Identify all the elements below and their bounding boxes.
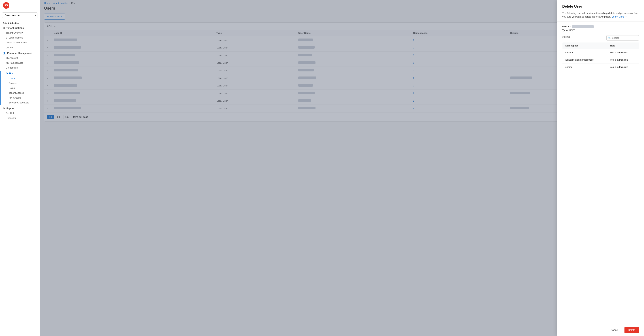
person-icon: 👤 (3, 52, 6, 54)
panel-col-role: Role (607, 42, 639, 49)
panel-role-0: ves-io-admin-role (607, 49, 639, 56)
service-select-wrapper[interactable]: Select service (2, 12, 38, 18)
sidebar-item-get-help[interactable]: Get Help (0, 111, 40, 116)
sidebar-group-label-tenant: ⊞ Tenant Settings (0, 26, 40, 30)
sidebar-item-tenant-overview[interactable]: Tenant Overview (0, 30, 40, 35)
panel-table-header: 3 items 🔍 (562, 35, 639, 40)
iam-icon: ⊙ (6, 72, 8, 75)
sidebar-item-my-namespaces[interactable]: My Namespaces (0, 60, 40, 65)
delete-panel-footer: Cancel Delete (557, 324, 644, 336)
f5-logo: F5 (3, 2, 10, 9)
user-id-value (572, 25, 594, 28)
delete-panel-header: Delete User The following user will be d… (557, 0, 644, 22)
sidebar-group-label-support: ⊙ Support (0, 106, 40, 111)
sidebar-title: Administration (0, 20, 40, 26)
main-content: Home › Administration › IAM Users ⊕ + Ad… (40, 0, 644, 336)
learn-more-link[interactable]: Learn More ↗ (612, 15, 627, 18)
main-area: Home › Administration › IAM Users ⊕ + Ad… (40, 0, 644, 336)
delete-button[interactable]: Delete (624, 327, 639, 333)
sidebar-group-iam: ⊙ IAM Users Groups Roles Tenant Access A… (0, 71, 40, 105)
panel-table-row: all application namespaces ves-io-admin-… (562, 56, 639, 64)
sidebar-item-quotas[interactable]: Quotas (0, 45, 40, 50)
sidebar-item-roles[interactable]: Roles (3, 86, 40, 90)
panel-col-namespace: Namespace (562, 42, 607, 49)
panel-search-wrapper[interactable]: 🔍 (606, 35, 639, 40)
panel-table-row: shared ves-io-admin-role (562, 64, 639, 71)
panel-role-2: ves-io-admin-role (607, 64, 639, 71)
search-icon: 🔍 (608, 36, 611, 39)
circle-icon: ⊙ (6, 36, 8, 39)
iam-label: IAM (9, 72, 14, 75)
service-select-dropdown[interactable]: Select service (2, 12, 38, 18)
grid-icon: ⊞ (3, 26, 5, 29)
overlay (40, 0, 644, 336)
panel-table-row: system ves-io-admin-role (562, 49, 639, 56)
user-id-row: User ID (562, 25, 639, 28)
panel-namespace-0: system (562, 49, 607, 56)
sidebar: F5 Select service Administration ⊞ Tenan… (0, 0, 40, 336)
sidebar-group-tenant: ⊞ Tenant Settings Tenant Overview ⊙ Logi… (0, 26, 40, 50)
sidebar-item-users[interactable]: Users (3, 76, 40, 81)
support-icon: ⊙ (3, 107, 5, 110)
sidebar-item-tenant-access[interactable]: Tenant Access (3, 90, 40, 95)
delete-panel-body: User ID Type USER 3 items 🔍 (557, 22, 644, 324)
sidebar-item-credentials[interactable]: Credentials (0, 65, 40, 70)
type-label: Type (562, 29, 568, 32)
user-info: User ID Type USER (562, 25, 639, 32)
sidebar-item-groups[interactable]: Groups (3, 81, 40, 86)
logo-area: F5 (0, 0, 40, 11)
panel-role-1: ves-io-admin-role (607, 56, 639, 64)
sidebar-item-requests[interactable]: Requests (0, 116, 40, 120)
delete-panel-desc: The following user will be deleted inclu… (562, 12, 639, 18)
panel-namespace-2: shared (562, 64, 607, 71)
support-label: Support (6, 107, 15, 110)
cancel-button[interactable]: Cancel (607, 327, 622, 333)
sidebar-item-public-ip[interactable]: Public IP Addresses (0, 40, 40, 45)
personal-management-label: Personal Management (7, 52, 32, 54)
panel-search-input[interactable] (606, 35, 639, 40)
panel-items-count: 3 items (562, 36, 570, 38)
panel-namespace-1: all application namespaces (562, 56, 607, 64)
sidebar-item-service-credentials[interactable]: Service Credentials (3, 100, 40, 105)
sidebar-item-login-options[interactable]: ⊙ Login Options (0, 35, 40, 40)
sidebar-group-support: ⊙ Support Get Help Requests (0, 106, 40, 120)
sidebar-group-label-iam: ⊙ IAM (3, 71, 40, 76)
panel-table: Namespace Role system ves-io-admin-role … (562, 42, 639, 71)
sidebar-group-personal: 👤 Personal Management My Account My Name… (0, 51, 40, 70)
sidebar-item-my-account[interactable]: My Account (0, 56, 40, 60)
user-id-label: User ID (562, 25, 570, 28)
sidebar-group-label-personal: 👤 Personal Management (0, 51, 40, 56)
sidebar-item-api-groups[interactable]: API Groups (3, 95, 40, 100)
tenant-settings-label: Tenant Settings (6, 26, 24, 29)
type-row: Type USER (562, 29, 639, 32)
type-value: USER (569, 29, 576, 32)
delete-user-panel: Delete User The following user will be d… (557, 0, 644, 336)
delete-panel-title: Delete User (562, 4, 639, 8)
